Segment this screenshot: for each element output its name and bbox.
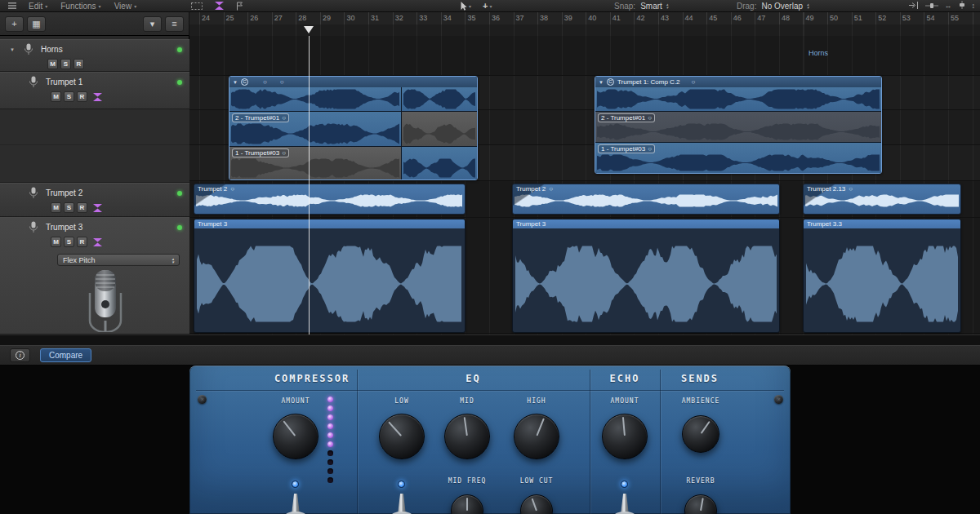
eq-high-knob[interactable] xyxy=(514,414,559,459)
ruler-lower-strip[interactable] xyxy=(189,24,980,36)
zoom-h-slider[interactable] xyxy=(925,2,938,11)
compressor-on-led[interactable] xyxy=(292,481,299,488)
zoom-v-slider[interactable] xyxy=(959,1,965,11)
take-segment-selected[interactable] xyxy=(402,147,477,179)
track-header-trumpet2[interactable]: Trumpet 2 M S R xyxy=(0,183,189,217)
eq-low-knob[interactable] xyxy=(379,414,425,459)
comp-lane[interactable] xyxy=(229,87,477,111)
audio-region-trumpet2-b[interactable]: Trumpet 2○ xyxy=(512,184,780,215)
take-lanes-spacer xyxy=(0,109,189,183)
track-on-led[interactable] xyxy=(177,225,182,230)
echo-on-led[interactable] xyxy=(621,481,628,488)
arrange-area[interactable]: Horns ▼ C ○ ○ 2 - Trumpet#01○ xyxy=(189,36,980,335)
eq-on-led[interactable] xyxy=(398,481,405,488)
track-name[interactable]: Trumpet 1 xyxy=(46,78,82,86)
comp-segment[interactable] xyxy=(229,87,401,111)
audio-region-trumpet2-c[interactable]: Trumpet 2.13○ xyxy=(803,184,961,215)
flex-mode-icon[interactable] xyxy=(209,1,229,11)
take-lane-1[interactable]: 1 - Trumpet#03○ xyxy=(595,143,881,173)
knob-pointer xyxy=(466,498,468,511)
audio-region-trumpet2-a[interactable]: Trumpet 2○ xyxy=(194,184,466,215)
automation-icon[interactable] xyxy=(231,2,249,11)
audio-region-trumpet3-b[interactable]: Trumpet 3 xyxy=(512,219,780,333)
window-icon[interactable] xyxy=(3,2,21,9)
flex-icon[interactable] xyxy=(92,203,103,213)
take-folder-header[interactable]: ▼ C ○ ○ xyxy=(229,77,477,87)
reverb-knob[interactable] xyxy=(684,494,717,514)
take-name-chip[interactable]: 1 - Trumpet#03○ xyxy=(598,144,655,153)
take-name-chip[interactable]: 2 - Trumpet#01○ xyxy=(232,113,289,122)
track-header-trumpet1[interactable]: Trumpet 1 M S R xyxy=(0,72,189,109)
take-folder-region-2[interactable]: ▼ C Trumpet 1: Comp C.2 ○ 2 - Trumpet#01… xyxy=(595,76,882,174)
mute-button[interactable]: M xyxy=(51,237,61,247)
compare-button[interactable]: Compare xyxy=(40,348,91,362)
track-header-horns[interactable]: ▾ Horns M S R xyxy=(0,39,189,72)
sends-ambience-knob[interactable] xyxy=(682,415,719,453)
compressor-amount-knob[interactable] xyxy=(273,414,318,459)
menu-edit[interactable]: Edit▾ xyxy=(23,0,53,11)
take-folder-header[interactable]: ▼ C Trumpet 1: Comp C.2 ○ xyxy=(595,77,881,87)
take-cycle-icon[interactable]: ○ xyxy=(280,78,284,86)
track-sort-button[interactable]: ▾ xyxy=(143,16,162,32)
take-name-chip[interactable]: 2 - Trumpet#01○ xyxy=(598,113,655,122)
solo-button[interactable]: S xyxy=(60,59,71,69)
track-header-trumpet3[interactable]: Trumpet 3 M S R Flex Pitch ▴▾ xyxy=(0,217,189,335)
take-folder-region-1[interactable]: ▼ C ○ ○ 2 - Trumpet#01○ 1 - Trumpet#03○ xyxy=(229,76,478,180)
flex-icon[interactable] xyxy=(92,92,103,102)
audio-region-trumpet3-c[interactable]: Trumpet 3.3 xyxy=(803,219,961,333)
playhead[interactable] xyxy=(309,36,310,335)
comp-lane[interactable] xyxy=(595,87,881,111)
take-lane-2[interactable]: 2 - Trumpet#01○ xyxy=(595,112,881,142)
drag-select[interactable]: No Overlap ▴▾ xyxy=(761,2,808,11)
take-lane-2[interactable]: 2 - Trumpet#01○ xyxy=(229,112,477,146)
comp-segment[interactable] xyxy=(402,87,477,111)
info-button[interactable]: i xyxy=(10,348,30,362)
flex-mode-select[interactable]: Flex Pitch ▴▾ xyxy=(57,254,180,266)
track-options-button[interactable]: ≡ xyxy=(165,16,184,32)
add-track-button[interactable]: + xyxy=(5,16,24,32)
eq-mid-knob[interactable] xyxy=(444,414,490,459)
track-on-led[interactable] xyxy=(177,80,182,85)
comp-segment[interactable] xyxy=(595,87,881,111)
zoom-v-icon[interactable]: ↕ xyxy=(972,2,976,10)
pointer-tool-button[interactable]: ▾ xyxy=(456,2,476,11)
solo-button[interactable]: S xyxy=(64,202,74,213)
zoom-h-icon[interactable]: ↔ xyxy=(945,2,952,10)
solo-button[interactable]: S xyxy=(64,91,74,102)
flex-icon[interactable] xyxy=(92,237,103,247)
mute-button[interactable]: M xyxy=(51,202,61,213)
record-button[interactable]: R xyxy=(77,237,87,247)
catch-playhead-icon[interactable] xyxy=(909,2,919,11)
track-on-led[interactable] xyxy=(177,47,182,52)
duplicate-track-button[interactable]: ▦ xyxy=(27,16,46,32)
secondary-tool-button[interactable]: + ▾ xyxy=(478,1,497,11)
mute-button[interactable]: M xyxy=(47,59,58,69)
take-name-chip[interactable]: 1 - Trumpet#03○ xyxy=(232,148,289,157)
take-cycle-icon[interactable]: ○ xyxy=(692,78,696,86)
take-segment-unselected[interactable] xyxy=(402,112,477,146)
low-cut-knob[interactable] xyxy=(520,494,553,514)
mute-button[interactable]: M xyxy=(51,91,61,102)
mid-freq-knob[interactable] xyxy=(451,494,483,514)
disclosure-icon[interactable]: ▼ xyxy=(599,80,604,85)
bar-ruler[interactable]: 2425262728293031323334353637383940414243… xyxy=(189,12,980,36)
record-button[interactable]: R xyxy=(77,202,87,213)
take-lane-1[interactable]: 1 - Trumpet#03○ xyxy=(229,147,477,179)
track-name[interactable]: Horns xyxy=(41,45,63,54)
snap-select[interactable]: Smart ▴▾ xyxy=(640,2,668,11)
echo-amount-knob[interactable] xyxy=(602,414,648,459)
menu-functions[interactable]: Functions▾ xyxy=(55,0,106,11)
take-cycle-icon[interactable]: ○ xyxy=(263,78,267,86)
record-button[interactable]: R xyxy=(74,59,84,69)
menu-view[interactable]: View▾ xyxy=(109,0,143,11)
solo-button[interactable]: S xyxy=(64,237,74,247)
track-on-led[interactable] xyxy=(177,191,182,196)
disclosure-triangle-icon[interactable]: ▾ xyxy=(8,47,16,53)
track-name[interactable]: Trumpet 3 xyxy=(46,223,82,232)
marquee-tool-icon[interactable] xyxy=(186,2,207,10)
record-button[interactable]: R xyxy=(77,91,87,102)
audio-region-trumpet3-a[interactable]: Trumpet 3 xyxy=(194,219,466,333)
track-name[interactable]: Trumpet 2 xyxy=(46,188,82,197)
disclosure-icon[interactable]: ▼ xyxy=(233,80,238,85)
playhead-marker[interactable] xyxy=(304,26,314,33)
